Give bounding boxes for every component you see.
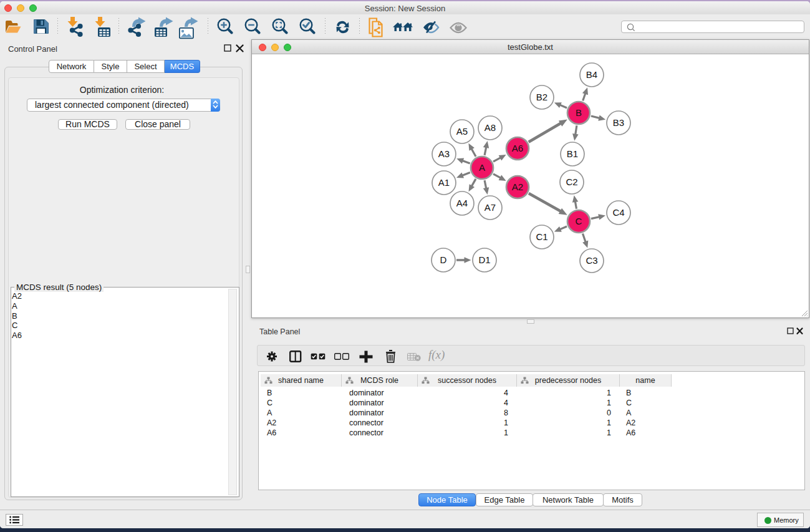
svg-text:A2: A2 (512, 181, 523, 192)
svg-text:C: C (576, 216, 582, 226)
svg-text:B3: B3 (613, 117, 624, 128)
svg-text:A1: A1 (438, 177, 450, 188)
svg-text:A6: A6 (512, 143, 523, 153)
svg-text:C1: C1 (536, 231, 547, 242)
svg-text:C2: C2 (566, 177, 577, 187)
svg-text:A7: A7 (485, 202, 496, 213)
svg-text:B1: B1 (567, 148, 578, 159)
svg-text:D1: D1 (478, 254, 490, 265)
svg-text:A5: A5 (456, 126, 468, 137)
svg-text:A3: A3 (438, 148, 450, 159)
svg-text:B2: B2 (536, 92, 547, 102)
svg-text:A8: A8 (485, 122, 496, 133)
svg-text:C3: C3 (586, 255, 597, 266)
svg-text:D: D (440, 254, 447, 265)
svg-text:C4: C4 (612, 207, 624, 218)
svg-text:A4: A4 (456, 198, 468, 208)
svg-text:B: B (576, 107, 582, 118)
svg-text:A: A (479, 162, 485, 173)
svg-text:B4: B4 (586, 69, 597, 80)
